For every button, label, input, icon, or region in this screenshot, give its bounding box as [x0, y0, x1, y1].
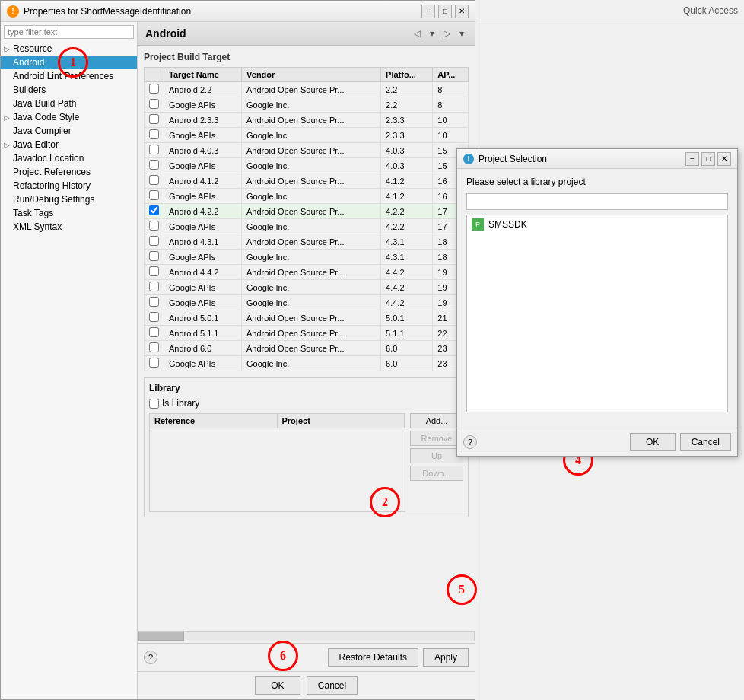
sidebar-item-label: XML Syntax [13, 221, 62, 232]
nav-forward-button[interactable]: ▷ [440, 27, 453, 40]
row-checkbox-4[interactable] [149, 145, 159, 154]
ps-list-item-smssdk[interactable]: P SMSSDK [467, 215, 727, 234]
ps-filter-input[interactable] [466, 193, 728, 210]
row-platform: 4.0.3 [381, 158, 433, 173]
nav-back-button[interactable]: ◁ [411, 27, 424, 40]
row-checkbox-11[interactable] [149, 251, 159, 261]
row-vendor: Android Open Source Pr... [242, 341, 381, 356]
row-vendor: Android Open Source Pr... [242, 265, 381, 280]
row-name: Google APIs [164, 97, 242, 113]
help-button[interactable]: ? [144, 651, 157, 664]
sidebar-item-run-debug-settings[interactable]: Run/Debug Settings [1, 192, 137, 206]
ps-help-button[interactable]: ? [463, 435, 477, 449]
ps-body: Please select a library project P SMSSDK [457, 169, 737, 428]
table-row: Android 2.2 Android Open Source Pr... 2.… [145, 82, 469, 97]
add-button[interactable]: Add... [410, 413, 463, 428]
cancel-button[interactable]: Cancel [307, 676, 358, 695]
row-checkbox-15[interactable] [149, 312, 159, 322]
ps-title-area: i Project Selection [463, 154, 547, 164]
dialog-controls: − □ ✕ [421, 5, 469, 18]
ps-maximize-button[interactable]: □ [701, 152, 715, 166]
sidebar-item-label: Android Lint Preferences [13, 71, 113, 81]
dialog-title-area: ! Properties for ShortMessageIdentificat… [7, 5, 191, 18]
panel-content: Project Build Target Target Name Vendor … [138, 46, 475, 629]
row-checkbox-18[interactable] [149, 358, 159, 368]
ps-list[interactable]: P SMSSDK [466, 215, 728, 412]
is-library-checkbox[interactable] [149, 399, 159, 409]
ps-close-button[interactable]: ✕ [717, 152, 731, 166]
up-button[interactable]: Up [410, 448, 463, 463]
row-name: Google APIs [164, 189, 242, 204]
sidebar-item-label: Java Code Style [13, 112, 79, 123]
apply-button[interactable]: Apply [423, 648, 469, 667]
sidebar-item-resource[interactable]: ▷ Resource [1, 42, 137, 56]
row-api: 8 [433, 82, 469, 97]
minimize-button[interactable]: − [421, 5, 435, 18]
table-row: Android 6.0 Android Open Source Pr... 6.… [145, 341, 469, 356]
ok-button[interactable]: OK [255, 676, 300, 695]
ps-title-text: Project Selection [479, 154, 547, 164]
sidebar-item-label: Android [13, 57, 44, 68]
sidebar-item-java-code-style[interactable]: ▷ Java Code Style [1, 110, 137, 124]
row-checkbox-16[interactable] [149, 327, 159, 337]
row-checkbox-14[interactable] [149, 297, 159, 307]
row-checkbox-2[interactable] [149, 114, 159, 124]
row-checkbox-cell [145, 310, 164, 326]
table-row: Android 2.3.3 Android Open Source Pr... … [145, 113, 469, 128]
right-panel: Android ◁ ▾ ▷ ▾ Project Build Target [138, 22, 475, 699]
close-button[interactable]: ✕ [455, 5, 469, 18]
row-checkbox-3[interactable] [149, 129, 159, 139]
row-name: Google APIs [164, 280, 242, 295]
nav-forward-dropdown[interactable]: ▾ [456, 27, 467, 40]
horizontal-scrollbar[interactable] [138, 631, 475, 641]
sidebar-item-label: Refactoring History [13, 180, 91, 191]
remove-button[interactable]: Remove [410, 431, 463, 446]
row-checkbox-12[interactable] [149, 266, 159, 276]
sidebar-item-java-compiler[interactable]: Java Compiler [1, 124, 137, 138]
table-row: Android 4.1.2 Android Open Source Pr... … [145, 173, 469, 189]
row-platform: 2.3.3 [381, 113, 433, 128]
row-checkbox-13[interactable] [149, 282, 159, 291]
nav-back-dropdown[interactable]: ▾ [427, 27, 437, 40]
sidebar-item-task-tags[interactable]: Task Tags [1, 206, 137, 220]
sidebar-item-javadoc-location[interactable]: Javadoc Location [1, 151, 137, 165]
sidebar: ▷ Resource Android Android Lint Preferen… [1, 22, 138, 699]
sidebar-item-xml-syntax[interactable]: XML Syntax [1, 220, 137, 234]
filter-input[interactable] [4, 25, 134, 39]
sidebar-item-android-lint[interactable]: Android Lint Preferences [1, 69, 137, 83]
sidebar-item-android[interactable]: Android [1, 56, 137, 69]
row-vendor: Android Open Source Pr... [242, 204, 381, 219]
down-button[interactable]: Down... [410, 466, 463, 481]
table-row: Android 5.0.1 Android Open Source Pr... … [145, 310, 469, 326]
sidebar-item-java-editor[interactable]: ▷ Java Editor [1, 138, 137, 151]
expand-icon: ▷ [4, 45, 10, 53]
row-checkbox-7[interactable] [149, 190, 159, 200]
ps-ok-button[interactable]: OK [630, 433, 676, 451]
restore-defaults-button[interactable]: Restore Defaults [328, 648, 418, 667]
sidebar-item-refactoring-history[interactable]: Refactoring History [1, 179, 137, 192]
row-checkbox-9[interactable] [149, 221, 159, 231]
sidebar-item-java-build-path[interactable]: Java Build Path [1, 97, 137, 110]
ps-minimize-button[interactable]: − [685, 152, 699, 166]
ps-title-icon: i [463, 154, 474, 164]
row-checkbox-1[interactable] [149, 99, 159, 109]
ps-titlebar: i Project Selection − □ ✕ [457, 149, 737, 169]
row-checkbox-10[interactable] [149, 236, 159, 246]
row-name: Google APIs [164, 158, 242, 173]
row-name: Android 4.4.2 [164, 265, 242, 280]
row-checkbox-6[interactable] [149, 175, 159, 185]
bottom-left: ? [144, 651, 157, 664]
sidebar-item-project-references[interactable]: Project References [1, 165, 137, 179]
table-row: Google APIs Google Inc. 2.3.3 10 [145, 128, 469, 143]
row-checkbox-8[interactable] [149, 205, 159, 215]
row-checkbox-0[interactable] [149, 84, 159, 94]
row-platform: 5.0.1 [381, 310, 433, 326]
row-platform: 4.2.2 [381, 219, 433, 234]
row-checkbox-17[interactable] [149, 342, 159, 352]
scroll-thumb[interactable] [138, 632, 184, 641]
sidebar-item-builders[interactable]: Builders [1, 83, 137, 97]
ps-cancel-button[interactable]: Cancel [680, 433, 731, 451]
dialog-title-text: Properties for ShortMessageIdentificatio… [24, 6, 191, 17]
row-checkbox-5[interactable] [149, 160, 159, 170]
maximize-button[interactable]: □ [438, 5, 452, 18]
